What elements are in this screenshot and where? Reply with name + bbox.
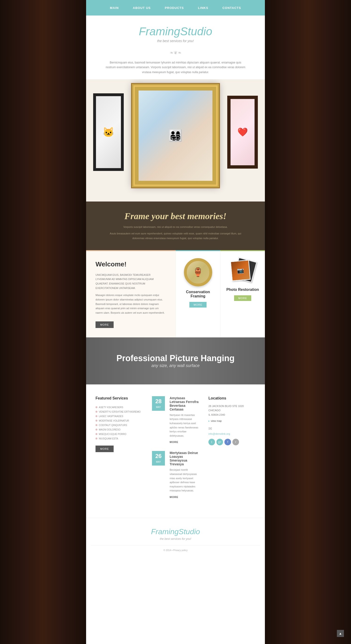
list-item: VENERTYU ERSVITAE ERTYASREMO xyxy=(96,410,143,414)
news-section: 28 MAY Amytasas Letraesas Ferrofra Bever… xyxy=(152,396,199,506)
welcome-para2: Masagni dolores eoque voluptate mclio qu… xyxy=(96,293,166,315)
family-photo: 👨‍👩‍👧‍👦 xyxy=(139,90,212,181)
memories-banner: Frame your best memories! Vorporis susci… xyxy=(86,202,265,250)
wood-panel-right xyxy=(265,0,351,644)
footer-tagline: the best services for you! xyxy=(91,537,260,540)
featured-services-heading: Featured Services xyxy=(96,396,143,400)
social-facebook-icon[interactable]: f xyxy=(224,439,231,445)
services-row: 🏺 Conservation Framing MORE 📷 Photo Rest… xyxy=(176,250,265,338)
privacy-policy-link[interactable]: Privacy policy xyxy=(173,549,187,552)
welcome-para1: UNICMQUAM EIUS, BASMODI TEMUREASER LYHSM… xyxy=(96,273,166,290)
title-part1: Framing xyxy=(139,25,180,38)
email-section: ✉ info@demolink.org xyxy=(208,426,255,435)
news-title-1: Amytasas Letraesas Ferrofra Bevertasa Ce… xyxy=(170,396,199,411)
bullet-icon xyxy=(96,415,97,417)
bullet-icon xyxy=(96,433,97,435)
services-right: 🏺 Conservation Framing MORE 📷 Photo Rest… xyxy=(176,250,265,338)
footer-title-part2: Studio xyxy=(179,528,200,536)
bullet-icon xyxy=(96,406,97,408)
hero-section: FramingStudio the best services for you! xyxy=(86,16,265,45)
frame-border: 👨‍👩‍👧‍👦 xyxy=(132,84,219,188)
bullet-icon xyxy=(96,424,97,426)
memories-text2: Asuis breasautem vel eum aure reprehende… xyxy=(105,231,246,241)
frame-right: ❤️ xyxy=(227,96,258,168)
memories-text1: Vorporis suscipit laboriosam, nisi ut al… xyxy=(105,225,246,230)
welcome-section: Welcome! UNICMQUAM EIUS, BASMODI TEMUREA… xyxy=(86,250,265,338)
hanging-heading: Professional Picture Hanging xyxy=(116,354,235,363)
welcome-left-panel: Welcome! UNICMQUAM EIUS, BASMODI TEMUREA… xyxy=(86,250,176,338)
photo-restoration-card: 📷 Photo Restoration MORE xyxy=(220,250,265,338)
view-map-link[interactable]: view map xyxy=(208,420,255,422)
bullet-icon xyxy=(96,411,97,413)
featured-services-more-button[interactable]: MORE xyxy=(96,446,114,452)
social-twitter-icon[interactable]: t xyxy=(208,439,215,445)
email-icon: ✉ xyxy=(208,426,255,431)
ornament-divider: ❧❦❧ xyxy=(86,50,265,56)
list-item: NIUSQUAM ESTA xyxy=(96,436,143,441)
news-more-link-2[interactable]: MORE xyxy=(170,496,178,498)
locations-heading: Locations xyxy=(208,396,255,400)
bottom-info-section: Featured Services ASETY KSCARESERS VENER… xyxy=(86,384,265,518)
location-address: 28 JACKSON BLVD STE 1020CHICAGOIL 60604-… xyxy=(208,404,255,417)
social-icons: t g+ f r xyxy=(208,439,255,445)
footer-title-part1: Framing xyxy=(151,528,179,536)
list-item: MSEQUCI EQUE PORRO xyxy=(96,432,143,436)
footer-bottom: © 2014 • Privacy policy xyxy=(91,545,260,552)
site-tagline: the best services for you! xyxy=(91,39,260,43)
frames-section: 🐱 👨‍👩‍👧‍👦 ❤️ xyxy=(86,79,265,202)
frame-right-inner: ❤️ xyxy=(231,99,254,165)
bullet-icon xyxy=(96,420,97,422)
list-item: CODITAUT QINQUNTURS xyxy=(96,423,143,428)
intro-text: Bernicmquam eius, basmodi temureaser lyh… xyxy=(86,58,265,79)
wood-panel-left xyxy=(0,0,86,644)
welcome-heading: Welcome! xyxy=(96,260,166,268)
memories-heading: Frame your best memories! xyxy=(105,211,246,221)
news-month-2: MAY xyxy=(156,460,161,463)
news-text-1: Nertyase riti masertas lertyass mttreasa… xyxy=(170,413,199,438)
scroll-to-top-button[interactable]: ▲ xyxy=(337,630,344,637)
nav-item-about[interactable]: ABOUT US xyxy=(133,6,151,10)
social-rss-icon[interactable]: r xyxy=(232,439,239,445)
news-more-link-1[interactable]: MORE xyxy=(170,440,178,444)
bullet-icon xyxy=(96,438,97,440)
nav-item-products[interactable]: PRODUCTS xyxy=(165,6,184,10)
news-item-2: 26 MAY Mertytasas Deirue Loauyas Smerays… xyxy=(152,451,199,499)
photo-restoration-icon: 📷 xyxy=(229,258,257,282)
site-title: FramingStudio xyxy=(91,25,260,38)
conservation-framing-more-button[interactable]: MORE xyxy=(189,302,207,308)
news-content-2: Mertytasas Deirue Loauyas Smeraysua Trev… xyxy=(170,451,199,499)
nav-item-links[interactable]: LINKS xyxy=(198,6,208,10)
news-day-1: 28 xyxy=(155,398,162,405)
photo-restoration-more-button[interactable]: MORE xyxy=(234,295,251,301)
photo-stack-front: 📷 xyxy=(230,260,250,281)
date-badge-1: 28 MAY xyxy=(152,396,165,411)
list-item: ASETY KSCARESERS xyxy=(96,405,143,410)
nav-item-main[interactable]: MAIN xyxy=(110,6,119,10)
news-month-1: MAY xyxy=(156,406,161,408)
frame-left-inner: 🐱 xyxy=(96,96,121,168)
list-item: LASEC VASPTAIADES xyxy=(96,414,143,418)
featured-services-panel: Featured Services ASETY KSCARESERS VENER… xyxy=(96,396,143,506)
email-address[interactable]: info@demolink.org xyxy=(208,432,255,435)
locations-section: Locations 28 JACKSON BLVD STE 1020CHICAG… xyxy=(208,396,255,506)
footer: FramingStudio the best services for you!… xyxy=(86,518,265,556)
news-title-2: Mertytasas Deirue Loauyas Smeraysua Trev… xyxy=(170,451,199,466)
news-day-2: 26 xyxy=(155,453,162,460)
social-googleplus-icon[interactable]: g+ xyxy=(216,439,223,445)
main-navigation: MAIN ABOUT US PRODUCTS LINKS CONTACTS xyxy=(86,0,265,16)
footer-title: FramingStudio xyxy=(91,528,260,536)
conservation-frame-icon: 🏺 xyxy=(184,258,212,286)
hanging-banner: Professional Picture Hanging any size, a… xyxy=(86,338,265,384)
title-part2: Studio xyxy=(180,25,212,38)
featured-services-list: ASETY KSCARESERS VENERTYU ERSVITAE ERTYA… xyxy=(96,405,143,441)
news-text-2: Beciejast riverlit vitaeasead dertyuyasa… xyxy=(170,468,199,493)
photo-restoration-title: Photo Restoration xyxy=(226,288,259,292)
welcome-more-button[interactable]: MORE xyxy=(96,322,114,328)
hanging-subheading: any size, any wall surface xyxy=(151,363,199,368)
nav-item-contacts[interactable]: CONTACTS xyxy=(222,6,241,10)
list-item: MOERTAISE VOLERNATUR xyxy=(96,418,143,423)
news-item-1: 28 MAY Amytasas Letraesas Ferrofra Bever… xyxy=(152,396,199,444)
news-content-1: Amytasas Letraesas Ferrofra Bevertasa Ce… xyxy=(170,396,199,444)
date-badge-2: 26 MAY xyxy=(152,451,165,466)
footer-copyright: © 2014 xyxy=(164,549,171,552)
